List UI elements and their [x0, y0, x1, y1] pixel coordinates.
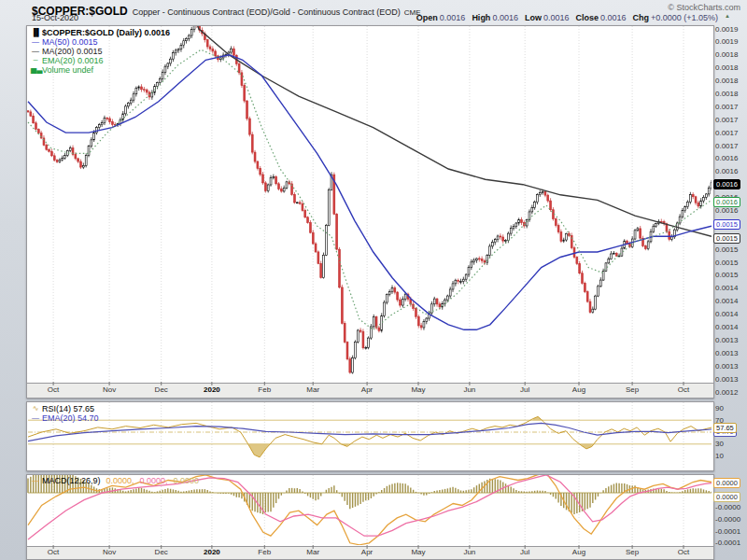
price-axis-label: 0.0015	[715, 245, 738, 254]
date-axis-label: Nov	[103, 385, 116, 394]
date-axis-label: Feb	[258, 548, 271, 556]
quote-item: High0.0016	[472, 13, 518, 22]
legend-label: EMA(20) 54.70	[42, 413, 99, 423]
volume-bars-icon: ▅▃	[31, 66, 40, 74]
price-axis-label: 0.0012	[715, 388, 738, 397]
quote-item: Low0.0016	[525, 13, 570, 22]
price-axis-label: 0.0016	[715, 167, 738, 175]
price-axis-label: 0.0013	[715, 362, 738, 371]
date-axis-label: Jul	[520, 385, 529, 394]
price-axis-label: 0.0015	[715, 259, 738, 267]
change-up-arrow-icon: ▲	[725, 13, 730, 22]
price-axis-label: 0.0013	[715, 349, 738, 357]
rsi-axis-label: 30	[715, 440, 724, 448]
chart-date: 15-Oct-2020	[32, 13, 78, 22]
quote-value: 0.0016	[600, 13, 627, 22]
axis-value-marker: 0.0015	[713, 233, 740, 244]
squiggle-icon: ∿	[31, 405, 40, 413]
price-axis-label: 0.0017	[715, 129, 738, 137]
date-axis-label: 2020	[204, 548, 220, 556]
date-axis-label: Feb	[258, 385, 271, 394]
price-axis-label: 0.0018	[715, 77, 738, 85]
quote-label: Low	[525, 13, 542, 22]
price-axis-label: 0.0013	[715, 336, 738, 344]
price-axis-label: 0.0014	[715, 297, 738, 305]
line-dash-icon: —	[31, 477, 40, 484]
quote-value: 0.0016	[440, 13, 466, 22]
date-axis-label: Mar	[306, 385, 319, 394]
macd-axis-label: -0.0000	[715, 503, 740, 511]
axis-value-marker: 0.0015	[713, 219, 740, 230]
quote-item: Close0.0016	[575, 13, 626, 22]
rsi-panel	[26, 401, 714, 471]
price-axis-label: 0.0015	[715, 271, 738, 279]
rsi-legend: ∿RSI(14) 57.65—EMA(20) 54.70	[31, 404, 99, 423]
legend-row: ▐▌$COPPER:$GOLD (Daily) 0.0016	[31, 28, 170, 37]
stockcharts-chart-page: { "header": { "symbol": "$COPPER:$GOLD",…	[0, 0, 747, 560]
copyright-label: © StockCharts.com	[668, 3, 740, 12]
line-dash-icon: —	[31, 48, 40, 55]
legend-label: Volume undef	[42, 65, 93, 75]
price-axis-label: 0.0013	[715, 375, 738, 384]
price-axis-label: 0.0018	[715, 90, 738, 98]
price-axis-label: 0.0016	[715, 154, 738, 162]
date-axis-label: 2020	[204, 385, 220, 394]
legend-label: RSI(14) 57.65	[42, 404, 94, 413]
chart-header: $COPPER:$GOLDCopper - Continuous Contrac…	[32, 2, 743, 12]
price-axis-label: 0.0017	[715, 116, 738, 124]
macd-value: 0.0000	[174, 476, 200, 485]
date-axis-label: Jun	[463, 385, 475, 394]
price-panel	[26, 25, 714, 399]
date-axis-label: May	[411, 385, 425, 394]
legend-row: —MA(200) 0.0015	[31, 47, 170, 56]
legend-row: ∿RSI(14) 57.65	[31, 404, 99, 413]
macd-value: 0.0000,	[106, 476, 134, 485]
axis-value-marker: 0.0016	[713, 197, 740, 207]
date-axis-label: Dec	[155, 548, 168, 556]
quote-item: Open0.0016	[416, 13, 466, 22]
price-axis-label: 0.0019	[715, 37, 738, 46]
price-axis-label: 0.0014	[715, 310, 738, 318]
line-dash-icon: —	[31, 414, 40, 422]
date-axis-label: Apr	[361, 548, 373, 556]
macd-axis-label: -0.0000	[715, 515, 740, 524]
quote-value: 0.0016	[492, 13, 518, 22]
price-axis-label: 0.0019	[715, 25, 738, 34]
macd-axis-label: -0.0001	[715, 527, 740, 536]
axis-value-marker: 57.65	[713, 423, 737, 433]
legend-row: —EMA(20) 54.70	[31, 413, 99, 423]
legend-label: MA(200) 0.0015	[42, 47, 103, 56]
quote-label: High	[472, 13, 490, 22]
legend-label: $COPPER:$GOLD (Daily) 0.0016	[42, 28, 170, 37]
rsi-axis-label: 10	[715, 452, 724, 460]
date-axis-label: Oct	[48, 548, 59, 556]
date-axis-label: Dec	[155, 385, 168, 394]
axis-value-marker: 0.0000	[713, 478, 740, 488]
legend-row: ▅▃Volume undef	[31, 65, 170, 75]
quote-label: Chg	[632, 13, 649, 22]
legend-row: —MACD(12,26,9)0.0000,0.0000,0.0000	[31, 476, 199, 485]
legend-row: ┈EMA(20) 0.0016	[31, 56, 170, 65]
rsi-axis-label: 90	[715, 404, 724, 413]
date-axis-label: Oct	[678, 548, 689, 556]
macd-value: 0.0000,	[140, 476, 168, 485]
date-axis-label: Apr	[361, 385, 373, 394]
date-axis-label: May	[411, 548, 425, 556]
date-axis-label: Jun	[463, 548, 475, 556]
date-axis-label: Aug	[572, 385, 585, 394]
quote-label: Open	[416, 13, 438, 22]
macd-legend: —MACD(12,26,9)0.0000,0.0000,0.0000	[31, 476, 199, 485]
price-axis-label: 0.0017	[715, 103, 738, 111]
price-legend: ▐▌$COPPER:$GOLD (Daily) 0.0016—MA(50) 0.…	[31, 28, 170, 75]
candlestick-icon: ▐▌	[31, 29, 40, 36]
price-axis-label: 0.0016	[715, 206, 738, 215]
legend-label: MACD(12,26,9)	[42, 476, 101, 485]
date-axis-label: Mar	[306, 548, 319, 556]
macd-axis-label: -0.0001	[715, 539, 740, 547]
axis-value-marker: 0.0000	[713, 492, 740, 502]
legend-label: EMA(20) 0.0016	[42, 56, 104, 65]
date-axis-label: Aug	[572, 548, 585, 556]
quote-label: Close	[575, 13, 599, 22]
quote-value: 0.0016	[543, 13, 570, 22]
date-axis-label: Nov	[103, 548, 116, 556]
